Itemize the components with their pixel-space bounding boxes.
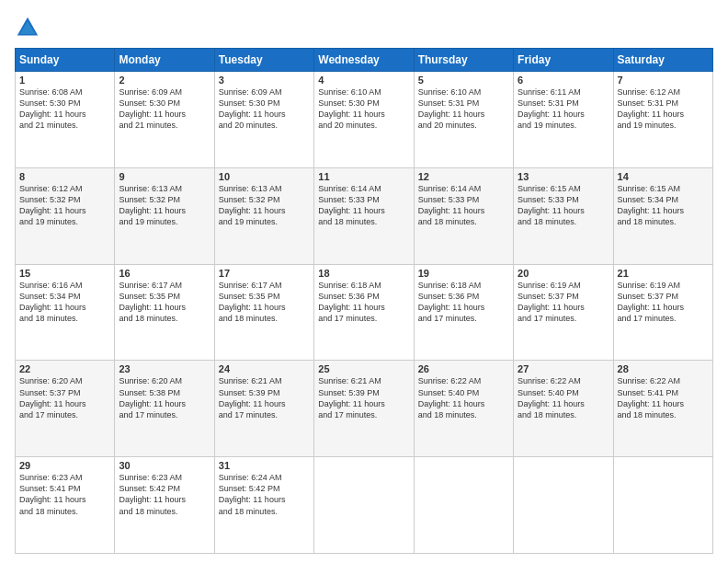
- calendar-table: SundayMondayTuesdayWednesdayThursdayFrid…: [15, 48, 713, 554]
- calendar-day-cell: [414, 457, 513, 554]
- day-info: Sunrise: 6:14 AMSunset: 5:33 PMDaylight:…: [318, 184, 385, 226]
- day-info: Sunrise: 6:12 AMSunset: 5:32 PMDaylight:…: [19, 184, 86, 226]
- day-number: 28: [618, 363, 709, 374]
- day-number: 19: [418, 268, 509, 279]
- calendar-header-row: SundayMondayTuesdayWednesdayThursdayFrid…: [16, 49, 713, 72]
- calendar-day-cell: 23 Sunrise: 6:20 AMSunset: 5:38 PMDaylig…: [115, 361, 214, 457]
- day-info: Sunrise: 6:13 AMSunset: 5:32 PMDaylight:…: [219, 184, 286, 226]
- logo: [15, 15, 44, 40]
- calendar-day-cell: 10 Sunrise: 6:13 AMSunset: 5:32 PMDaylig…: [214, 167, 313, 264]
- calendar-day-header: Friday: [514, 49, 613, 72]
- calendar-body: 1 Sunrise: 6:08 AMSunset: 5:30 PMDayligh…: [16, 72, 713, 554]
- calendar-day-cell: 5 Sunrise: 6:10 AMSunset: 5:31 PMDayligh…: [414, 72, 513, 168]
- day-info: Sunrise: 6:12 AMSunset: 5:31 PMDaylight:…: [618, 87, 685, 130]
- calendar-day-cell: 1 Sunrise: 6:08 AMSunset: 5:30 PMDayligh…: [16, 72, 115, 168]
- day-info: Sunrise: 6:09 AMSunset: 5:30 PMDaylight:…: [119, 87, 186, 130]
- day-number: 23: [119, 363, 210, 374]
- day-info: Sunrise: 6:18 AMSunset: 5:36 PMDaylight:…: [418, 281, 485, 323]
- header: [15, 15, 713, 40]
- day-number: 9: [119, 171, 210, 182]
- day-number: 11: [318, 171, 409, 182]
- calendar-day-cell: 21 Sunrise: 6:19 AMSunset: 5:37 PMDaylig…: [613, 264, 712, 361]
- day-info: Sunrise: 6:17 AMSunset: 5:35 PMDaylight:…: [119, 281, 186, 323]
- calendar-day-cell: 4 Sunrise: 6:10 AMSunset: 5:30 PMDayligh…: [314, 72, 414, 168]
- day-number: 14: [618, 171, 709, 182]
- calendar-day-cell: 3 Sunrise: 6:09 AMSunset: 5:30 PMDayligh…: [214, 72, 313, 168]
- calendar-day-cell: 12 Sunrise: 6:14 AMSunset: 5:33 PMDaylig…: [414, 167, 513, 264]
- day-number: 4: [318, 75, 409, 86]
- calendar-day-cell: 22 Sunrise: 6:20 AMSunset: 5:37 PMDaylig…: [16, 361, 115, 457]
- day-number: 27: [518, 363, 609, 374]
- calendar-day-cell: 9 Sunrise: 6:13 AMSunset: 5:32 PMDayligh…: [115, 167, 214, 264]
- calendar-week-row: 1 Sunrise: 6:08 AMSunset: 5:30 PMDayligh…: [16, 72, 713, 168]
- calendar-day-cell: 18 Sunrise: 6:18 AMSunset: 5:36 PMDaylig…: [314, 264, 414, 361]
- day-info: Sunrise: 6:22 AMSunset: 5:40 PMDaylight:…: [418, 376, 485, 419]
- day-number: 29: [19, 460, 110, 471]
- day-number: 10: [219, 171, 310, 182]
- calendar-day-cell: 2 Sunrise: 6:09 AMSunset: 5:30 PMDayligh…: [115, 72, 214, 168]
- day-number: 6: [518, 75, 609, 86]
- day-info: Sunrise: 6:10 AMSunset: 5:31 PMDaylight:…: [418, 87, 485, 130]
- calendar-day-cell: 13 Sunrise: 6:15 AMSunset: 5:33 PMDaylig…: [514, 167, 613, 264]
- calendar-day-cell: 11 Sunrise: 6:14 AMSunset: 5:33 PMDaylig…: [314, 167, 414, 264]
- calendar-week-row: 8 Sunrise: 6:12 AMSunset: 5:32 PMDayligh…: [16, 167, 713, 264]
- calendar-day-cell: 29 Sunrise: 6:23 AMSunset: 5:41 PMDaylig…: [16, 457, 115, 554]
- calendar-day-cell: 25 Sunrise: 6:21 AMSunset: 5:39 PMDaylig…: [314, 361, 414, 457]
- day-info: Sunrise: 6:08 AMSunset: 5:30 PMDaylight:…: [19, 87, 86, 130]
- day-info: Sunrise: 6:17 AMSunset: 5:35 PMDaylight:…: [219, 281, 286, 323]
- day-number: 18: [318, 268, 409, 279]
- day-info: Sunrise: 6:23 AMSunset: 5:42 PMDaylight:…: [119, 473, 186, 515]
- day-number: 25: [318, 363, 409, 374]
- day-info: Sunrise: 6:22 AMSunset: 5:40 PMDaylight:…: [518, 376, 585, 419]
- calendar-day-cell: 15 Sunrise: 6:16 AMSunset: 5:34 PMDaylig…: [16, 264, 115, 361]
- calendar-day-header: Sunday: [16, 49, 115, 72]
- day-number: 21: [618, 268, 709, 279]
- day-number: 3: [219, 75, 310, 86]
- calendar-day-cell: [514, 457, 613, 554]
- calendar-day-cell: 19 Sunrise: 6:18 AMSunset: 5:36 PMDaylig…: [414, 264, 513, 361]
- day-number: 31: [219, 460, 310, 471]
- day-info: Sunrise: 6:09 AMSunset: 5:30 PMDaylight:…: [219, 87, 286, 130]
- day-number: 15: [19, 268, 110, 279]
- day-number: 17: [219, 268, 310, 279]
- calendar-day-header: Tuesday: [214, 49, 313, 72]
- day-number: 20: [518, 268, 609, 279]
- day-info: Sunrise: 6:22 AMSunset: 5:41 PMDaylight:…: [618, 376, 685, 419]
- day-number: 7: [618, 75, 709, 86]
- day-number: 30: [119, 460, 210, 471]
- logo-icon: [15, 15, 40, 40]
- day-info: Sunrise: 6:20 AMSunset: 5:38 PMDaylight:…: [119, 376, 186, 419]
- day-info: Sunrise: 6:19 AMSunset: 5:37 PMDaylight:…: [518, 281, 585, 323]
- calendar-day-cell: 24 Sunrise: 6:21 AMSunset: 5:39 PMDaylig…: [214, 361, 313, 457]
- calendar-day-cell: 30 Sunrise: 6:23 AMSunset: 5:42 PMDaylig…: [115, 457, 214, 554]
- day-number: 5: [418, 75, 509, 86]
- calendar-day-cell: 27 Sunrise: 6:22 AMSunset: 5:40 PMDaylig…: [514, 361, 613, 457]
- day-number: 24: [219, 363, 310, 374]
- day-info: Sunrise: 6:21 AMSunset: 5:39 PMDaylight:…: [318, 376, 385, 419]
- calendar-day-header: Wednesday: [314, 49, 414, 72]
- day-info: Sunrise: 6:11 AMSunset: 5:31 PMDaylight:…: [518, 87, 585, 130]
- day-info: Sunrise: 6:20 AMSunset: 5:37 PMDaylight:…: [19, 376, 86, 419]
- calendar-week-row: 29 Sunrise: 6:23 AMSunset: 5:41 PMDaylig…: [16, 457, 713, 554]
- day-number: 22: [19, 363, 110, 374]
- day-info: Sunrise: 6:24 AMSunset: 5:42 PMDaylight:…: [219, 473, 286, 515]
- day-info: Sunrise: 6:23 AMSunset: 5:41 PMDaylight:…: [19, 473, 86, 515]
- calendar-day-header: Monday: [115, 49, 214, 72]
- day-info: Sunrise: 6:16 AMSunset: 5:34 PMDaylight:…: [19, 281, 86, 323]
- calendar-day-cell: 16 Sunrise: 6:17 AMSunset: 5:35 PMDaylig…: [115, 264, 214, 361]
- calendar-day-cell: 14 Sunrise: 6:15 AMSunset: 5:34 PMDaylig…: [613, 167, 712, 264]
- day-number: 2: [119, 75, 210, 86]
- day-info: Sunrise: 6:15 AMSunset: 5:33 PMDaylight:…: [518, 184, 585, 226]
- page: SundayMondayTuesdayWednesdayThursdayFrid…: [0, 0, 728, 563]
- calendar-day-cell: 17 Sunrise: 6:17 AMSunset: 5:35 PMDaylig…: [214, 264, 313, 361]
- calendar-day-header: Thursday: [414, 49, 513, 72]
- day-number: 1: [19, 75, 110, 86]
- calendar-day-cell: 7 Sunrise: 6:12 AMSunset: 5:31 PMDayligh…: [613, 72, 712, 168]
- day-info: Sunrise: 6:15 AMSunset: 5:34 PMDaylight:…: [618, 184, 685, 226]
- calendar-day-header: Saturday: [613, 49, 712, 72]
- day-number: 13: [518, 171, 609, 182]
- calendar-week-row: 22 Sunrise: 6:20 AMSunset: 5:37 PMDaylig…: [16, 361, 713, 457]
- day-number: 16: [119, 268, 210, 279]
- calendar-week-row: 15 Sunrise: 6:16 AMSunset: 5:34 PMDaylig…: [16, 264, 713, 361]
- calendar-day-cell: [613, 457, 712, 554]
